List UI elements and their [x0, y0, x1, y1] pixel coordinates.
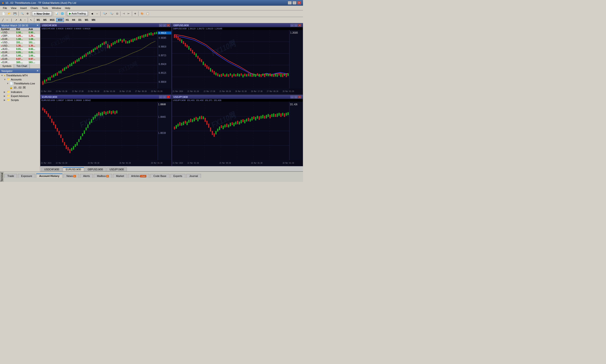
chart-gbpusd-minimize[interactable]: ─ — [290, 24, 294, 27]
crosshair-button[interactable]: ✛ — [133, 12, 137, 16]
autoscroll-button[interactable]: ↔ — [95, 12, 99, 16]
menu-charts[interactable]: Charts — [29, 6, 40, 10]
chart-gbpusd-content[interactable]: 1.26165 21 Mar 2024 22 Mar 01:30 22 Mar … — [172, 30, 303, 94]
tab-symbols[interactable]: Symbols — [0, 64, 14, 68]
tf-w1[interactable]: W1 — [83, 18, 90, 22]
nav-tm-icon: 📄 — [10, 82, 13, 85]
chart-usdchf-maximize[interactable]: □ — [163, 24, 166, 27]
close-button[interactable]: ✕ — [297, 1, 301, 4]
nav-mt4-icon: ♦ — [4, 74, 5, 77]
zoom-in2-button[interactable]: 🔍+ — [102, 12, 108, 16]
cursor-tool[interactable]: ↖ — [29, 18, 33, 22]
vline-tool[interactable]: │ — [10, 18, 13, 22]
chart-usdjpy-minimize[interactable]: ─ — [290, 96, 294, 98]
open-button[interactable]: 📂 — [7, 12, 12, 16]
period-sep-button[interactable]: ⊣ — [121, 12, 126, 16]
tab-news[interactable]: News6 — [63, 174, 79, 178]
tab-journal[interactable]: Journal — [186, 174, 201, 178]
maximize-button[interactable]: □ — [293, 1, 296, 4]
tab-trade[interactable]: Trade — [4, 174, 17, 178]
market-watch-close[interactable]: ✕ — [37, 24, 39, 27]
new-order-button[interactable]: + New Order — [32, 11, 52, 16]
chart-tab-gbpusd[interactable]: GBPUSD,M30 — [84, 168, 106, 171]
tab-account-history[interactable]: Account History — [36, 174, 63, 178]
svg-rect-221 — [78, 139, 80, 142]
save-button[interactable]: 💾 — [12, 12, 17, 16]
arrow-tool[interactable]: ↑ — [23, 18, 27, 22]
tab-mailbox[interactable]: Mailbox8 — [94, 174, 112, 178]
tf-d1[interactable]: D1 — [77, 18, 83, 22]
autotrading-button[interactable]: ▶ AutoTrading — [67, 11, 88, 16]
svg-rect-225 — [86, 128, 87, 130]
chart-gbpusd-close[interactable]: ✕ — [298, 24, 301, 27]
properties-button[interactable]: ⚙ — [25, 12, 30, 16]
svg-rect-56 — [114, 41, 116, 44]
nav-accounts[interactable]: ▼ 📁 Accounts — [0, 77, 40, 81]
period-sep2-button[interactable]: ⊢ — [126, 12, 131, 16]
history-center-button[interactable]: 📊 — [54, 12, 59, 16]
tab-code-base[interactable]: Code Base — [150, 174, 169, 178]
chart-eurusd-close[interactable]: ✕ — [167, 96, 170, 98]
nav-ea-label: Expert Advisors — [11, 95, 29, 97]
line-tool[interactable]: ╱ — [1, 18, 5, 22]
menu-insert[interactable]: Insert — [18, 6, 29, 10]
tab-experts[interactable]: Experts — [170, 174, 185, 178]
fit-window-button[interactable]: ⊡ — [115, 12, 119, 16]
tf-m30[interactable]: M30 — [56, 18, 64, 22]
nav-thinkmarkets[interactable]: ▼ 📄 ThinkMarkets-Live — [0, 81, 40, 85]
template-button[interactable]: 📋 — [145, 12, 150, 16]
svg-rect-124 — [192, 50, 193, 53]
tf-m5[interactable]: M5 — [42, 18, 48, 22]
menu-help[interactable]: Help — [63, 6, 72, 10]
tab-tick-chart[interactable]: Tick Chart — [14, 64, 30, 68]
chart-gbpusd-maximize[interactable]: □ — [294, 24, 297, 27]
chart-tab-usdchf[interactable]: USDCHF,M30 — [41, 168, 62, 171]
nav-root[interactable]: ▼ ♦ ThinkMarkets MT4 — [0, 74, 40, 77]
new-chart-button[interactable]: 📄 — [1, 12, 6, 16]
svg-text:0.90010: 0.90010 — [159, 45, 166, 48]
tab-articles[interactable]: Articles1544 — [128, 174, 149, 178]
menu-window[interactable]: Window — [50, 6, 63, 10]
chart-usdjpy-content[interactable]: 151.426 21 Mar 2024 22 Mar 01:30 25 Mar … — [172, 102, 303, 166]
chart-tab-eurusd[interactable]: EURUSD,M30 — [63, 167, 84, 171]
chart-eurusd-minimize[interactable]: ─ — [159, 96, 162, 98]
nav-scripts[interactable]: ▶ 📁 Scripts — [0, 98, 40, 102]
tf-mn[interactable]: MN — [90, 18, 97, 22]
nav-expert-advisors[interactable]: ▶ 📁 Expert Advisors — [0, 94, 40, 98]
tf-h1[interactable]: H1 — [64, 18, 70, 22]
svg-rect-75 — [149, 33, 150, 35]
chart-eurusd-maximize[interactable]: □ — [163, 96, 166, 98]
svg-rect-130 — [203, 62, 204, 65]
chart-tab-usdjpy[interactable]: USDJPY,M30 — [107, 168, 127, 171]
color-scheme-button[interactable]: 🎨 — [139, 12, 145, 16]
minimize-button[interactable]: ─ — [288, 1, 292, 4]
chart-usdjpy-maximize[interactable]: □ — [294, 96, 297, 98]
menu-file[interactable]: File — [1, 6, 9, 10]
tf-m15[interactable]: M15 — [49, 18, 56, 22]
text-tool[interactable]: A — [19, 18, 23, 22]
global-variables-button[interactable]: 🌐 — [60, 12, 65, 16]
chart-usdchf-minimize[interactable]: ─ — [159, 24, 162, 27]
svg-text:26 Mar 01:30: 26 Mar 01:30 — [104, 90, 115, 92]
hline-tool[interactable]: ─ — [5, 18, 9, 22]
chart-usdchf-content[interactable]: 0.90626 0.90626 0.90305 0.90010 0.89715 … — [40, 30, 171, 94]
menu-view[interactable]: View — [9, 6, 18, 10]
tab-alerts[interactable]: Alerts — [80, 174, 93, 178]
chart-eurusd-content[interactable]: 1.08600 1.08465 1.08330 21 Mar 2024 22 M… — [40, 102, 171, 166]
nav-account-num[interactable]: 🔒 10...02: 関 — [0, 85, 40, 90]
ray-tool[interactable]: ↗ — [14, 18, 18, 22]
chart-usdchf-close[interactable]: ✕ — [167, 24, 170, 27]
chart-shift-button[interactable]: ◀ — [90, 12, 94, 16]
nav-indicators[interactable]: ▶ 📁 Indicators — [0, 90, 40, 94]
terminal-side-tab[interactable]: Terminal — [0, 172, 4, 182]
zoom-out2-button[interactable]: 🔍- — [109, 12, 115, 16]
menu-tools[interactable]: Tools — [40, 6, 50, 10]
tab-market[interactable]: Market — [113, 174, 127, 178]
tab-exposure[interactable]: Exposure — [18, 174, 35, 178]
tf-m1[interactable]: M1 — [35, 18, 41, 22]
navigator-close[interactable]: ✕ — [37, 69, 39, 72]
autotrading-icon: ▶ — [69, 12, 71, 15]
chart-usdjpy-close[interactable]: ✕ — [298, 96, 301, 98]
tf-h4[interactable]: H4 — [71, 18, 77, 22]
zoom-in-button[interactable]: 🔍 — [20, 12, 25, 16]
